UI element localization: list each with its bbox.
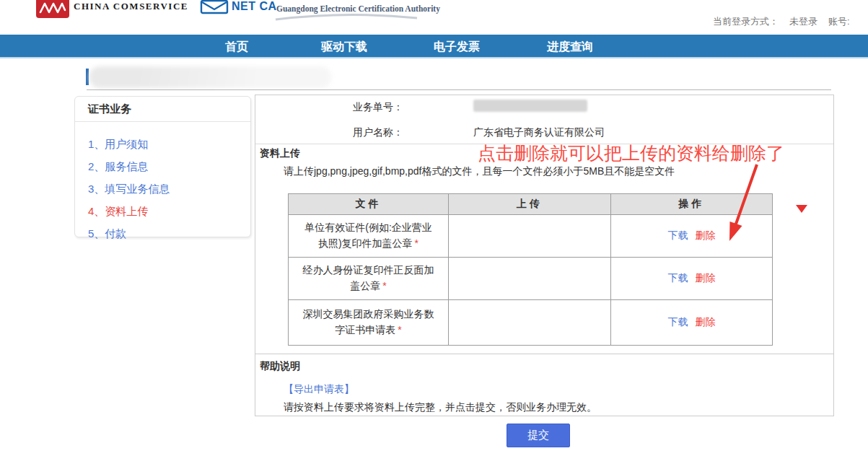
col-header-upload: 上传 (449, 194, 611, 215)
delete-link[interactable]: 删除 (695, 229, 715, 241)
order-number-redacted (473, 100, 587, 112)
help-divider (255, 354, 833, 354)
upload-cell[interactable] (449, 258, 611, 300)
brand-text: CHINA COMSERVICE (74, 1, 188, 12)
submit-button[interactable]: 提交 (507, 424, 570, 447)
nav-item-progress-query[interactable]: 进度查询 (547, 35, 593, 58)
help-note: 请按资料上传要求将资料上传完整，并点击提交，否则业务办理无效。 (284, 401, 597, 414)
china-comservice-logo-icon (36, 0, 69, 18)
login-method-value: 未登录 (789, 15, 817, 28)
main-nav: 首页 驱动下载 电子发票 进度查询 (0, 35, 868, 58)
sidebar-item-business-info[interactable]: 3、填写业务信息 (88, 183, 237, 196)
order-number-label: 业务单号： (255, 101, 403, 114)
account-label: 账号: (828, 15, 850, 28)
nav-item-driver-download[interactable]: 驱动下载 (321, 35, 367, 58)
sidebar-item-user-notice[interactable]: 1、用户须知 (88, 138, 237, 152)
delete-link[interactable]: 删除 (695, 272, 715, 284)
export-application-form-link[interactable]: 【导出申请表】 (284, 383, 354, 396)
page-title-redacted (89, 66, 331, 88)
help-section-title: 帮助说明 (260, 360, 300, 373)
download-link[interactable]: 下载 (668, 316, 688, 328)
red-triangle-marker-icon (796, 205, 807, 213)
col-header-operation: 操作 (611, 194, 773, 215)
title-divider (87, 89, 831, 90)
tutorial-annotation: 点击删除就可以把上传的资料给删除了 (478, 141, 784, 165)
user-name-value: 广东省电子商务认证有限公司 (473, 126, 605, 139)
col-header-file: 文件 (289, 194, 449, 215)
nav-item-home[interactable]: 首页 (225, 35, 248, 58)
upload-instruction: 请上传jpg,png,jpeg,gif,bmp,pdf格式的文件，且每一个文件必… (284, 165, 675, 178)
login-status: 当前登录方式： 未登录 账号: (713, 15, 850, 28)
certificate-steps-sidebar: 证书业务 1、用户须知 2、服务信息 3、填写业务信息 4、资料上传 5、付款 (74, 96, 251, 237)
swoosh-decoration (274, 13, 418, 22)
sidebar-item-payment[interactable]: 5、付款 (88, 227, 237, 241)
upload-files-table: 文件 上传 操作 单位有效证件(例如:企业营业执照)复印件加盖公章* 下载 删除… (288, 193, 773, 346)
netca-logo-icon (200, 0, 229, 14)
upload-section-title: 资料上传 (260, 147, 300, 160)
upload-cell[interactable] (449, 300, 611, 346)
login-method-label: 当前登录方式： (713, 15, 779, 28)
delete-link[interactable]: 删除 (695, 316, 715, 328)
required-marker: * (382, 280, 386, 291)
sidebar-title: 证书业务 (75, 97, 250, 122)
required-marker: * (415, 237, 418, 249)
table-row: 单位有效证件(例如:企业营业执照)复印件加盖公章* 下载 删除 (289, 215, 773, 258)
user-name-label: 用户名称： (255, 126, 403, 139)
upload-panel: 业务单号： 用户名称： 广东省电子商务认证有限公司 资料上传 点击删除就可以把上… (255, 95, 834, 416)
table-row: 经办人身份证复印件正反面加盖公章* 下载 删除 (289, 258, 773, 300)
sidebar-item-service-info[interactable]: 2、服务信息 (88, 160, 237, 174)
netca-wordmark: NET CA (232, 0, 277, 13)
sidebar-item-file-upload[interactable]: 4、资料上传 (88, 205, 237, 219)
file-name: 经办人身份证复印件正反面加盖公章 (303, 264, 434, 291)
authority-name: Guangdong Electronic Certification Autho… (276, 4, 440, 13)
table-row: 深圳交易集团政府采购业务数字证书申请表* 下载 删除 (289, 300, 773, 346)
nav-item-e-invoice[interactable]: 电子发票 (434, 35, 480, 58)
title-accent-bar (86, 69, 89, 85)
required-marker: * (398, 324, 401, 336)
download-link[interactable]: 下载 (668, 229, 688, 241)
file-name: 单位有效证件(例如:企业营业执照)复印件加盖公章 (304, 222, 432, 249)
table-header-row: 文件 上传 操作 (289, 194, 773, 215)
file-name: 深圳交易集团政府采购业务数字证书申请表 (303, 308, 434, 336)
upload-cell[interactable] (449, 215, 611, 258)
download-link[interactable]: 下载 (668, 272, 688, 284)
